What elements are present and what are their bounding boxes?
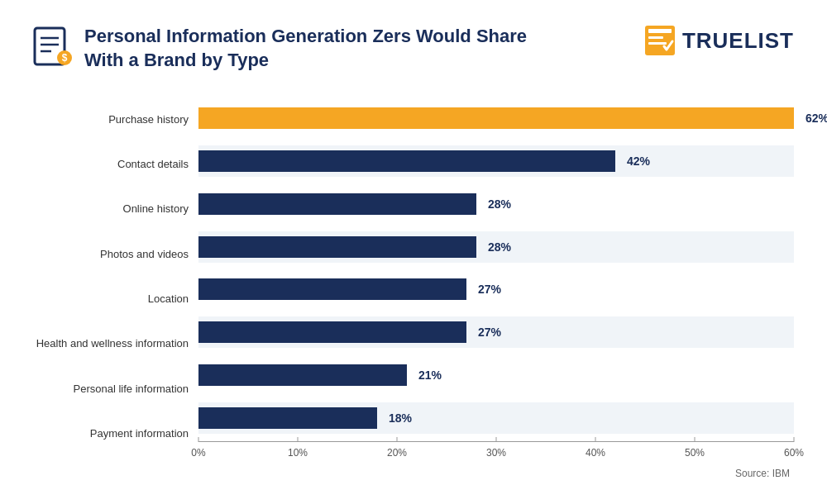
x-axis: 0%10%20%30%40%50%60% — [198, 441, 794, 464]
bar: 28% — [198, 193, 476, 215]
y-axis-label: Online history — [33, 193, 198, 225]
logo-section: TRUELIST — [644, 25, 794, 56]
bar: 28% — [198, 236, 476, 258]
bar-row: 21% — [198, 359, 794, 391]
x-tick-line — [397, 437, 398, 442]
x-tick-line — [595, 437, 596, 442]
y-axis-label: Payment information — [33, 418, 198, 449]
bars-container: 62%42%28%28%27%27%21%18% — [198, 97, 794, 440]
x-tick-label: 20% — [387, 447, 407, 459]
truelist-logo-icon — [644, 25, 676, 56]
document-icon: $ — [33, 26, 73, 69]
bar-row: 18% — [198, 402, 794, 434]
svg-rect-9 — [648, 42, 667, 45]
page-title: Personal Information Generation Zers Wou… — [84, 25, 547, 72]
x-tick-label: 30% — [486, 447, 506, 459]
bar-row: 27% — [198, 273, 794, 305]
y-axis-label: Location — [33, 283, 198, 315]
bar-value-label: 18% — [389, 411, 412, 425]
y-axis-label: Health and wellness information — [33, 328, 198, 359]
bar: 18% — [198, 407, 377, 429]
bar: 62% — [198, 107, 794, 129]
y-axis-label: Personal life information — [33, 373, 198, 404]
svg-rect-7 — [648, 29, 672, 33]
bar-value-label: 62% — [805, 112, 827, 125]
bar-value-label: 27% — [478, 283, 501, 296]
bar-row: 27% — [198, 316, 794, 348]
chart-right: 62%42%28%28%27%27%21%18% 0%10%20%30%40%5… — [198, 97, 794, 479]
bar: 21% — [198, 364, 407, 386]
x-tick-label: 10% — [288, 447, 308, 459]
bar-value-label: 28% — [488, 240, 511, 254]
x-tick-line — [496, 437, 497, 442]
page-container: $ Personal Information Generation Zers W… — [0, 0, 827, 504]
bar-row: 28% — [198, 231, 794, 263]
x-tick-line — [695, 437, 696, 442]
bar-value-label: 28% — [488, 197, 511, 211]
bar: 27% — [198, 321, 466, 343]
header: $ Personal Information Generation Zers W… — [33, 25, 794, 72]
y-axis-label: Contact details — [33, 149, 198, 180]
bar: 27% — [198, 278, 466, 300]
x-tick-label: 50% — [685, 447, 705, 459]
x-tick-line — [198, 437, 199, 442]
bar-row: 42% — [198, 145, 794, 177]
y-axis-label: Purchase history — [33, 103, 198, 135]
bar-value-label: 27% — [478, 326, 501, 339]
x-tick-label: 60% — [784, 447, 804, 459]
y-axis-labels: Purchase historyContact detailsOnline hi… — [33, 97, 198, 479]
source-text: Source: IBM — [198, 468, 794, 479]
bar-row: 62% — [198, 102, 794, 134]
bar: 42% — [198, 150, 615, 172]
x-tick-label: 0% — [191, 447, 205, 459]
svg-text:$: $ — [62, 52, 68, 64]
bar-value-label: 42% — [627, 155, 650, 168]
x-tick-line — [794, 437, 795, 442]
y-axis-label: Photos and videos — [33, 238, 198, 269]
title-section: $ Personal Information Generation Zers W… — [33, 25, 547, 72]
svg-rect-8 — [648, 36, 663, 39]
x-tick-line — [298, 437, 299, 442]
bar-row: 28% — [198, 188, 794, 220]
chart-area: Purchase historyContact detailsOnline hi… — [33, 97, 794, 479]
bar-value-label: 21% — [418, 368, 442, 382]
x-tick-label: 40% — [586, 447, 605, 459]
logo-text: TRUELIST — [682, 28, 794, 54]
